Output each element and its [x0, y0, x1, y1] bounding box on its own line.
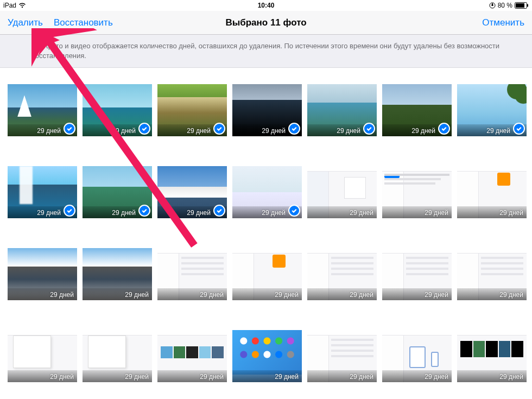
- photo-thumb[interactable]: 29 дней: [83, 166, 152, 218]
- photo-thumb[interactable]: 29 дней: [457, 84, 527, 136]
- days-label: 29 дней: [112, 127, 136, 135]
- photo-row: 29 дней29 дней29 дней29 дней29 дней29 дн…: [8, 248, 524, 300]
- nav-title: Выбрано 11 фото: [225, 17, 306, 28]
- days-label: 29 дней: [262, 127, 286, 135]
- days-label: 29 дней: [499, 373, 523, 381]
- days-label: 29 дней: [499, 291, 523, 299]
- photo-thumb[interactable]: 29 дней: [382, 330, 452, 382]
- photo-row: 29 дней29 дней29 дней29 дней29 дней29 дн…: [8, 166, 524, 218]
- photo-thumb[interactable]: 29 дней: [232, 166, 302, 218]
- photo-thumb[interactable]: 29 дней: [307, 330, 377, 382]
- photo-thumb[interactable]: 29 дней: [8, 166, 77, 218]
- svg-rect-3: [527, 4, 528, 7]
- days-label: 29 дней: [425, 209, 448, 217]
- days-label: 29 дней: [350, 291, 373, 299]
- photo-thumb[interactable]: 29 дней: [8, 248, 77, 300]
- nav-bar: Удалить Восстановить Выбрано 11 фото Отм…: [0, 11, 532, 35]
- days-label: 29 дней: [486, 127, 510, 135]
- days-label: 29 дней: [50, 291, 74, 299]
- battery-icon: [515, 2, 529, 9]
- cancel-button[interactable]: Отменить: [482, 17, 524, 28]
- photo-thumb[interactable]: 29 дней: [382, 166, 452, 218]
- days-label: 29 дней: [411, 127, 435, 135]
- recover-button[interactable]: Восстановить: [54, 17, 113, 28]
- days-label: 29 дней: [200, 373, 224, 381]
- photo-thumb[interactable]: 29 дней: [307, 248, 377, 300]
- photo-thumb[interactable]: 29 дней: [157, 248, 227, 300]
- svg-rect-2: [516, 3, 524, 8]
- days-label: 29 дней: [425, 373, 448, 381]
- photo-thumb[interactable]: 29 дней: [457, 248, 527, 300]
- days-label: 29 дней: [200, 291, 224, 299]
- photo-thumb[interactable]: 29 дней: [457, 330, 527, 382]
- photo-thumb[interactable]: 29 дней: [232, 248, 302, 300]
- photo-thumb[interactable]: 29 дней: [83, 330, 152, 382]
- battery-pct: 80 %: [498, 2, 512, 9]
- photo-thumb[interactable]: 29 дней: [8, 84, 77, 136]
- days-label: 29 дней: [125, 291, 149, 299]
- days-label: 29 дней: [112, 209, 136, 217]
- rotation-lock-icon: [489, 2, 496, 9]
- days-label: 29 дней: [499, 209, 523, 217]
- photo-row: 29 дней29 дней29 дней29 дней29 дней29 дн…: [8, 84, 524, 136]
- delete-button[interactable]: Удалить: [8, 17, 43, 28]
- photo-thumb[interactable]: 29 дней: [307, 166, 377, 218]
- days-label: 29 дней: [350, 209, 373, 217]
- days-label: 29 дней: [37, 209, 61, 217]
- days-label: 29 дней: [50, 373, 74, 381]
- carrier-label: iPad: [3, 2, 16, 9]
- info-banner: Для фото и видео отображается количество…: [0, 35, 532, 68]
- days-label: 29 дней: [275, 291, 299, 299]
- photo-thumb[interactable]: 29 дней: [307, 84, 377, 136]
- days-label: 29 дней: [187, 209, 211, 217]
- photo-thumb[interactable]: 29 дней: [157, 330, 227, 382]
- photo-thumb[interactable]: 29 дней: [8, 330, 77, 382]
- days-label: 29 дней: [187, 127, 211, 135]
- days-label: 29 дней: [37, 127, 61, 135]
- photo-row: 29 дней29 дней29 дней29 дней29 дней29 дн…: [8, 330, 524, 382]
- photo-thumb[interactable]: 29 дней: [232, 330, 302, 382]
- days-label: 29 дней: [337, 127, 360, 135]
- days-label: 29 дней: [350, 373, 373, 381]
- photo-thumb[interactable]: 29 дней: [157, 84, 227, 136]
- status-bar: iPad 10:40 80 %: [0, 0, 532, 11]
- photo-thumb[interactable]: 29 дней: [232, 84, 302, 136]
- photo-thumb[interactable]: 29 дней: [382, 248, 452, 300]
- wifi-icon: [18, 3, 26, 8]
- photo-thumb[interactable]: 29 дней: [83, 84, 152, 136]
- photo-thumb[interactable]: 29 дней: [157, 166, 227, 218]
- days-label: 29 дней: [425, 291, 448, 299]
- days-label: 29 дней: [262, 209, 286, 217]
- days-label: 29 дней: [125, 373, 149, 381]
- photo-thumb[interactable]: 29 дней: [83, 248, 152, 300]
- days-label: 29 дней: [275, 373, 299, 381]
- status-time: 10:40: [258, 2, 275, 9]
- photo-grid: 29 дней29 дней29 дней29 дней29 дней29 дн…: [0, 68, 532, 399]
- photo-thumb[interactable]: 29 дней: [457, 166, 527, 218]
- photo-thumb[interactable]: 29 дней: [382, 84, 452, 136]
